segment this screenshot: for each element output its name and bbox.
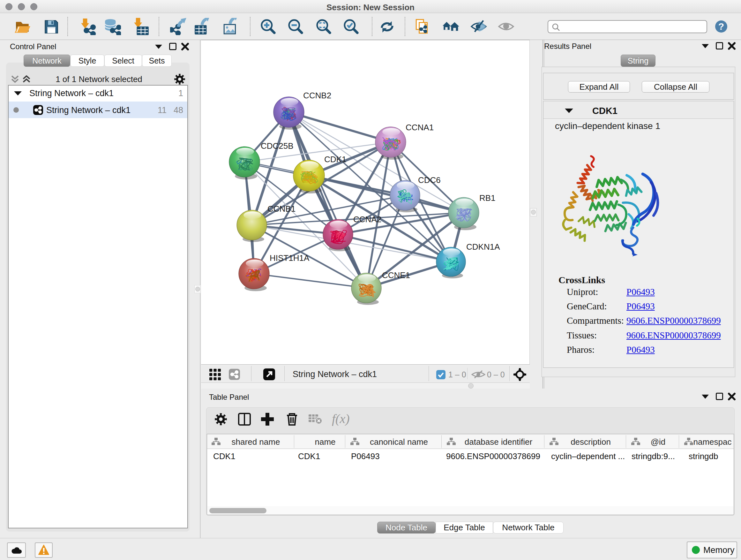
svg-text:CCNB1: CCNB1 (267, 204, 295, 213)
svg-text:CDC25B: CDC25B (261, 141, 293, 151)
svg-text:CCNA1: CCNA1 (406, 123, 434, 132)
svg-text:CDKN1A: CDKN1A (466, 242, 500, 252)
svg-text:CCNE1: CCNE1 (382, 270, 410, 280)
svg-text:HIST1H1A: HIST1H1A (270, 253, 310, 263)
svg-text:CCNB2: CCNB2 (303, 91, 331, 100)
svg-text:CDC6: CDC6 (418, 175, 441, 185)
svg-text:CDK1: CDK1 (324, 154, 346, 164)
svg-text:RB1: RB1 (479, 193, 495, 203)
svg-text:CCNA2: CCNA2 (353, 214, 381, 224)
